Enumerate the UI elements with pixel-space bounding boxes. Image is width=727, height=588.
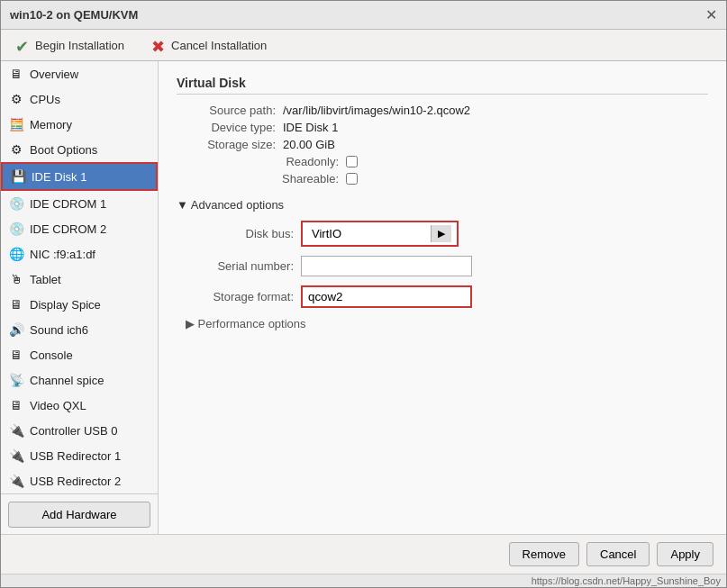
sound-icon: 🔊: [8, 321, 24, 338]
sidebar-item-nic[interactable]: 🌐 NIC :f9:a1:df: [1, 241, 158, 267]
memory-icon: 🧮: [8, 116, 24, 132]
sidebar-item-sound-ich6[interactable]: 🔊 Sound ich6: [1, 317, 158, 342]
sidebar-item-boot-options[interactable]: ⚙ Boot Options: [1, 137, 158, 162]
remove-button[interactable]: Remove: [509, 542, 579, 566]
diskbus-row: Disk bus: VirtIO ▶: [186, 221, 708, 247]
cancel-button[interactable]: Cancel: [586, 542, 650, 566]
sidebar-item-cpus[interactable]: ⚙ CPUs: [1, 86, 158, 112]
sidebar-item-ide-cdrom-1[interactable]: 💿 IDE CDROM 1: [1, 191, 158, 216]
cancel-installation-button[interactable]: ✖ Cancel Installation: [146, 35, 270, 55]
sidebar-item-sound-ich6-label: Sound ich6: [30, 323, 88, 337]
sidebar-item-tablet[interactable]: 🖱 Tablet: [1, 267, 158, 292]
close-button[interactable]: ✕: [705, 6, 717, 23]
sidebar-footer: Add Hardware: [1, 493, 158, 534]
window-title: win10-2 on QEMU/KVM: [10, 8, 138, 22]
sidebar-item-console[interactable]: 🖥 Console: [1, 342, 158, 367]
usb-redir-2-icon: 🔌: [8, 473, 24, 489]
begin-installation-button[interactable]: ✔ Begin Installation: [10, 35, 128, 55]
sidebar-item-ide-cdrom-1-label: IDE CDROM 1: [30, 197, 106, 211]
ide-disk-1-icon: 💾: [10, 168, 26, 185]
storage-format-row: Storage format:: [186, 285, 708, 308]
sidebar-item-cpus-label: CPUs: [30, 93, 60, 106]
sidebar-item-controller-usb-0[interactable]: 🔌 Controller USB 0: [1, 418, 158, 443]
toolbar: ✔ Begin Installation ✖ Cancel Installati…: [1, 30, 726, 61]
storage-size-label: Storage size:: [177, 138, 276, 151]
sidebar-items-list: 🖥 Overview ⚙ CPUs 🧮 Memory ⚙ Boot Option…: [1, 61, 158, 493]
channel-icon: 📡: [8, 372, 24, 388]
sidebar-item-usb-redirector-2-label: USB Redirector 2: [30, 475, 121, 488]
serial-number-label: Serial number:: [186, 259, 294, 273]
source-path-row: Source path: /var/lib/libvirt/images/win…: [177, 104, 708, 117]
check-icon: ✔: [14, 37, 30, 53]
virtual-disk-title: Virtual Disk: [177, 76, 708, 95]
sidebar-item-display-spice[interactable]: 🖥 Display Spice: [1, 292, 158, 317]
sidebar-item-controller-usb-0-label: Controller USB 0: [30, 424, 118, 438]
sidebar-item-ide-cdrom-2-label: IDE CDROM 2: [30, 222, 106, 236]
diskbus-value: VirtIO: [308, 225, 431, 242]
sidebar-item-ide-disk-1[interactable]: 💾 IDE Disk 1: [1, 162, 158, 191]
advanced-options-title[interactable]: ▼ Advanced options: [177, 198, 708, 212]
cpus-icon: ⚙: [8, 91, 24, 107]
nic-icon: 🌐: [8, 246, 24, 262]
content-area: 🖥 Overview ⚙ CPUs 🧮 Memory ⚙ Boot Option…: [1, 61, 726, 534]
shareable-label: Shareable:: [276, 172, 339, 185]
titlebar: win10-2 on QEMU/KVM ✕: [1, 1, 726, 30]
sidebar-item-display-spice-label: Display Spice: [30, 298, 101, 312]
device-type-row: Device type: IDE Disk 1: [177, 121, 708, 134]
main-panel: Virtual Disk Source path: /var/lib/libvi…: [159, 61, 726, 534]
sidebar-item-video-qxl[interactable]: 🖥 Video QXL: [1, 393, 158, 418]
boot-options-icon: ⚙: [8, 141, 24, 158]
performance-options-label: ▶ Performance options: [186, 317, 306, 330]
storage-size-row: Storage size: 20.00 GiB: [177, 138, 708, 151]
x-icon: ✖: [150, 37, 166, 53]
source-path-label: Source path:: [177, 104, 276, 117]
diskbus-arrow-button[interactable]: ▶: [431, 225, 451, 242]
sidebar-item-memory-label: Memory: [30, 118, 72, 131]
sidebar-item-memory[interactable]: 🧮 Memory: [1, 112, 158, 137]
sidebar-item-nic-label: NIC :f9:a1:df: [30, 248, 95, 261]
console-icon: 🖥: [8, 347, 24, 363]
shareable-checkbox[interactable]: [346, 173, 358, 185]
display-spice-icon: 🖥: [8, 296, 24, 312]
sidebar-item-overview-label: Overview: [30, 68, 78, 81]
sidebar-item-ide-disk-1-label: IDE Disk 1: [32, 170, 86, 184]
diskbus-label: Disk bus:: [186, 227, 294, 240]
apply-button[interactable]: Apply: [657, 542, 713, 566]
sidebar-item-usb-redirector-1-label: USB Redirector 1: [30, 449, 121, 463]
advanced-options-label: ▼ Advanced options: [177, 198, 284, 212]
diskbus-select[interactable]: VirtIO ▶: [301, 221, 459, 247]
ide-cdrom-2-icon: 💿: [8, 221, 24, 237]
sidebar-item-overview[interactable]: 🖥 Overview: [1, 61, 158, 86]
serial-number-row: Serial number:: [186, 256, 708, 276]
ide-cdrom-1-icon: 💿: [8, 195, 24, 212]
shareable-row: Shareable:: [276, 172, 708, 185]
sidebar-item-usb-redirector-2[interactable]: 🔌 USB Redirector 2: [1, 468, 158, 493]
sidebar-item-channel-spice-label: Channel spice: [30, 374, 104, 387]
sidebar-item-console-label: Console: [30, 348, 73, 362]
usb-redir-1-icon: 🔌: [8, 448, 24, 464]
advanced-options-section: ▼ Advanced options Disk bus: VirtIO ▶ Se…: [177, 198, 708, 330]
performance-options-toggle[interactable]: ▶ Performance options: [186, 317, 708, 330]
storage-format-label: Storage format:: [186, 290, 294, 303]
readonly-checkbox[interactable]: [346, 156, 358, 167]
serial-number-input[interactable]: [301, 256, 472, 276]
add-hardware-button[interactable]: Add Hardware: [8, 502, 150, 528]
sidebar-item-usb-redirector-1[interactable]: 🔌 USB Redirector 1: [1, 443, 158, 468]
footer-buttons: Remove Cancel Apply: [1, 534, 726, 574]
main-window: win10-2 on QEMU/KVM ✕ ✔ Begin Installati…: [0, 0, 727, 588]
storage-size-value: 20.00 GiB: [283, 138, 335, 151]
source-path-value: /var/lib/libvirt/images/win10-2.qcow2: [283, 104, 470, 117]
readonly-row: Readonly:: [276, 155, 708, 168]
sidebar-item-ide-cdrom-2[interactable]: 💿 IDE CDROM 2: [1, 216, 158, 241]
storage-format-input[interactable]: [301, 285, 472, 308]
begin-installation-label: Begin Installation: [35, 39, 124, 52]
sidebar-item-boot-options-label: Boot Options: [30, 143, 97, 157]
device-type-value: IDE Disk 1: [283, 121, 338, 134]
cancel-installation-label: Cancel Installation: [171, 39, 267, 52]
sidebar-item-channel-spice[interactable]: 📡 Channel spice: [1, 367, 158, 393]
sidebar-item-tablet-label: Tablet: [30, 273, 61, 286]
usb-controller-icon: 🔌: [8, 422, 24, 439]
overview-icon: 🖥: [8, 66, 24, 82]
sidebar-item-video-qxl-label: Video QXL: [30, 399, 86, 412]
readonly-label: Readonly:: [276, 155, 339, 168]
